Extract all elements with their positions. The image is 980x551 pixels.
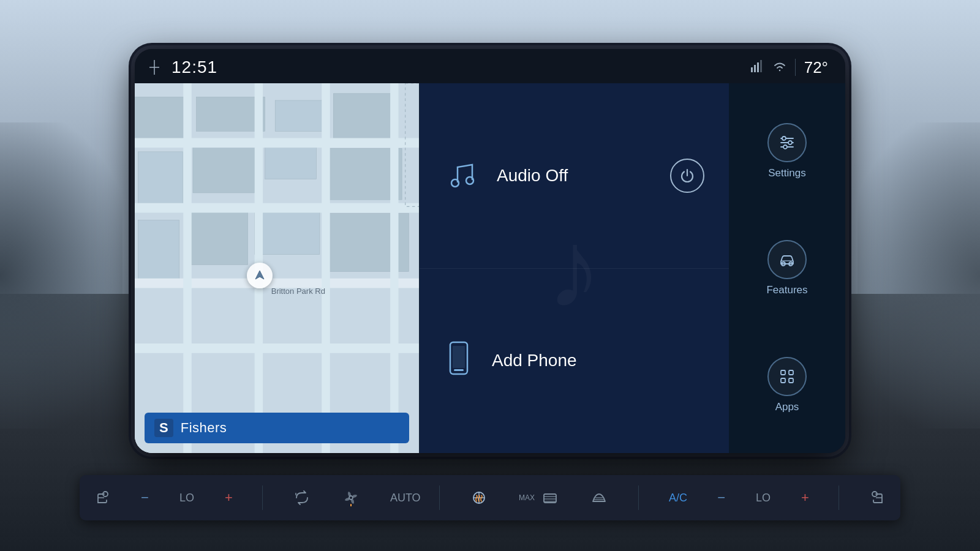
- wifi-icon: [773, 61, 786, 75]
- front-defrost-icon[interactable]: [589, 489, 609, 506]
- svg-point-48: [349, 496, 353, 500]
- svg-rect-19: [135, 138, 419, 148]
- right-seat-heat-group: [869, 489, 888, 506]
- auto-text: AUTO: [390, 492, 410, 504]
- car-position-marker: [247, 263, 273, 288]
- center-panel: ♪ Audio Off: [420, 83, 729, 453]
- music-note-icon: [444, 156, 478, 195]
- svg-point-30: [466, 177, 473, 184]
- grid-icon: [778, 367, 796, 386]
- svg-rect-4: [757, 62, 759, 72]
- svg-rect-46: [789, 378, 793, 383]
- map-canvas: [135, 83, 419, 453]
- car-context: 12:51: [0, 0, 980, 551]
- ac-text: A/C: [669, 492, 687, 504]
- svg-rect-10: [333, 94, 395, 138]
- svg-rect-16: [189, 210, 247, 264]
- status-right: 72°: [751, 58, 828, 77]
- apps-button[interactable]: Apps: [763, 352, 812, 418]
- main-content: Britton Park Rd S Fishers ♪: [135, 83, 845, 453]
- svg-rect-33: [454, 369, 464, 371]
- phone-label: Add Phone: [492, 351, 577, 370]
- auto-label[interactable]: AUTO: [390, 492, 410, 504]
- street-label: Britton Park Rd: [271, 287, 325, 296]
- status-bar: 12:51: [135, 49, 845, 83]
- hvac-divider-4: [839, 485, 839, 510]
- svg-point-37: [782, 137, 786, 140]
- steering-heat-icon[interactable]: [469, 489, 489, 506]
- svg-rect-23: [183, 83, 191, 453]
- right-context: [858, 122, 980, 429]
- audio-label: Audio Off: [497, 166, 652, 186]
- fan-icon[interactable]: [341, 489, 361, 506]
- svg-rect-32: [453, 346, 465, 368]
- status-left: 12:51: [147, 58, 217, 77]
- seat-heat-left-icon: [92, 489, 111, 506]
- svg-rect-26: [390, 83, 398, 453]
- lincoln-logo: [147, 59, 162, 76]
- svg-point-39: [783, 145, 787, 149]
- svg-rect-17: [255, 206, 320, 254]
- signal-icon: [751, 60, 764, 75]
- apps-icon-circle: [767, 357, 807, 396]
- svg-rect-43: [781, 370, 785, 375]
- destination-name: Fishers: [181, 420, 227, 436]
- destination-direction: S: [154, 419, 173, 437]
- svg-rect-8: [197, 97, 265, 131]
- hvac-bar: − LO + AUTO: [80, 475, 900, 520]
- svg-rect-15: [138, 220, 179, 282]
- infotainment-screen: 12:51: [135, 49, 845, 453]
- left-context: [0, 122, 123, 429]
- right-temp-display: LO: [755, 492, 772, 504]
- svg-rect-11: [138, 152, 183, 206]
- sliders-icon: [778, 133, 796, 152]
- svg-rect-5: [760, 60, 762, 72]
- temperature-display: 72°: [804, 58, 828, 77]
- car-marker-circle: [247, 263, 273, 288]
- hvac-divider-3: [638, 485, 639, 510]
- settings-label: Settings: [768, 167, 805, 179]
- svg-rect-2: [751, 67, 753, 72]
- phone-icon: [444, 341, 473, 380]
- settings-icon-circle: [767, 123, 807, 162]
- destination-bar[interactable]: S Fishers: [145, 413, 409, 443]
- status-divider: [795, 59, 796, 76]
- features-icon-circle: [767, 240, 807, 279]
- max-label: MAX: [518, 493, 535, 502]
- phone-row[interactable]: Add Phone: [420, 269, 729, 454]
- recirculate-icon[interactable]: [292, 489, 312, 506]
- svg-marker-28: [255, 271, 264, 279]
- svg-point-29: [451, 179, 459, 187]
- left-seat-heat-group: [92, 489, 111, 506]
- svg-rect-9: [275, 100, 323, 131]
- left-temp-plus-button[interactable]: +: [225, 490, 233, 506]
- ac-label[interactable]: A/C: [668, 492, 688, 504]
- svg-rect-3: [754, 65, 756, 72]
- map-section[interactable]: Britton Park Rd S Fishers: [135, 83, 420, 453]
- seat-heat-right-icon: [869, 489, 888, 506]
- right-temp-minus-button[interactable]: −: [717, 490, 725, 506]
- features-button[interactable]: Features: [761, 235, 812, 301]
- rear-defrost-icon[interactable]: [540, 489, 560, 506]
- svg-rect-45: [781, 378, 785, 383]
- left-temp-display: LO: [178, 492, 195, 504]
- rear-defrost-group: MAX: [518, 489, 560, 506]
- svg-rect-20: [135, 203, 419, 213]
- features-label: Features: [766, 284, 807, 296]
- car-icon: [778, 250, 796, 269]
- svg-rect-44: [789, 370, 793, 375]
- settings-button[interactable]: Settings: [763, 118, 812, 184]
- right-temp-plus-button[interactable]: +: [801, 490, 809, 506]
- hvac-divider-2: [439, 485, 440, 510]
- svg-rect-12: [193, 145, 255, 193]
- svg-rect-25: [322, 83, 330, 453]
- time-display: 12:51: [172, 58, 217, 77]
- audio-row[interactable]: Audio Off: [420, 83, 729, 269]
- svg-rect-22: [135, 343, 419, 353]
- svg-point-38: [788, 141, 792, 144]
- apps-label: Apps: [775, 401, 799, 413]
- right-sidebar: Settings Features: [729, 83, 845, 453]
- power-button[interactable]: [670, 159, 704, 193]
- left-temp-minus-button[interactable]: −: [141, 490, 149, 506]
- svg-rect-7: [135, 97, 186, 138]
